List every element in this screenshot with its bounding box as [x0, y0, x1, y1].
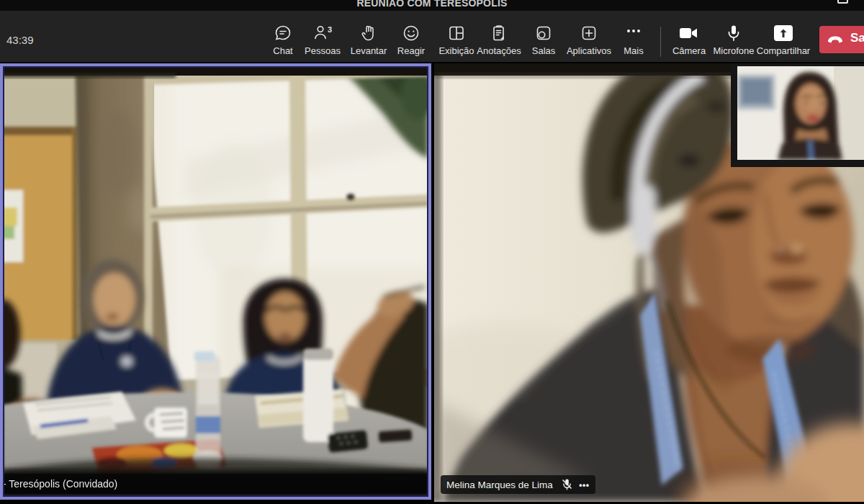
svg-text:3: 3: [328, 25, 332, 34]
